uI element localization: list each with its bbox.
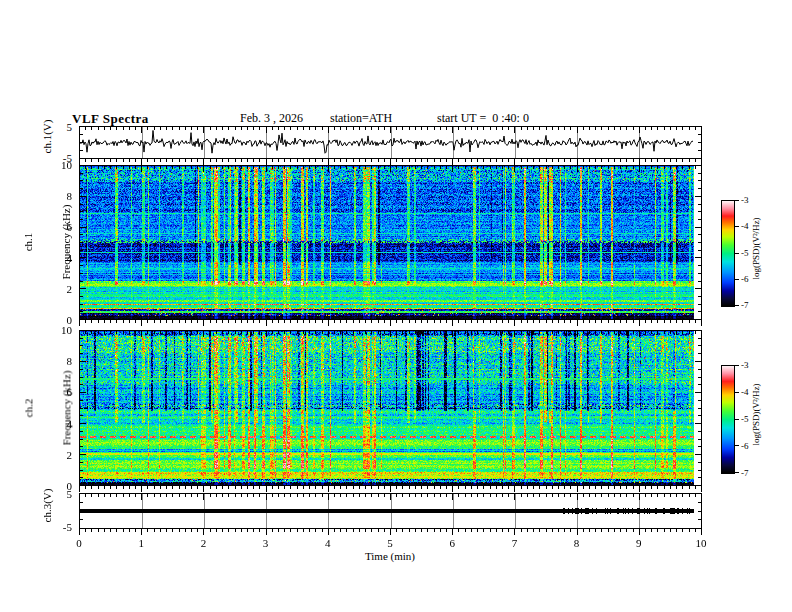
ch2-spectrogram-canvas bbox=[79, 330, 702, 494]
spec2-ytick-label: 4 bbox=[50, 418, 72, 430]
vlf-spectra-figure: VLF Spectra Feb. 3 , 2026 station=ATH st… bbox=[0, 0, 792, 612]
colorbar-2-tick-label: -6 bbox=[741, 441, 757, 451]
time-axis-label: Time (min) bbox=[330, 550, 450, 562]
colorbar-1-tick-label: -7 bbox=[741, 300, 757, 310]
ch3-waveform-canvas bbox=[79, 493, 702, 537]
spec1-ytick-label: 4 bbox=[50, 252, 72, 264]
colorbar-1-tick-label: -6 bbox=[741, 274, 757, 284]
spec2-ytick-label: 8 bbox=[50, 355, 72, 367]
spec2-ytick-label: 6 bbox=[50, 386, 72, 398]
colorbar-2-tick-label: -7 bbox=[741, 468, 757, 478]
time-tick-label: 10 bbox=[689, 537, 713, 549]
time-tick-label: 6 bbox=[440, 537, 464, 549]
ch1-waveform-axis-label: ch.1(V) bbox=[28, 120, 66, 165]
spec1-ytick-label: 6 bbox=[50, 221, 72, 233]
time-tick-label: 2 bbox=[191, 537, 215, 549]
spec2-ytick-label: 0 bbox=[50, 480, 72, 492]
time-tick-label: 3 bbox=[254, 537, 278, 549]
spec1-ytick-label: 2 bbox=[50, 283, 72, 295]
time-tick-label: 8 bbox=[565, 537, 589, 549]
time-tick-label: 9 bbox=[627, 537, 651, 549]
time-tick-label: 5 bbox=[378, 537, 402, 549]
spec2-ytick-label: 2 bbox=[50, 449, 72, 461]
colorbar-1-tick-label: -3 bbox=[741, 195, 757, 205]
station-label: station=ATH bbox=[330, 111, 392, 125]
ch1-waveform-canvas bbox=[79, 126, 702, 167]
colorbar-1-tick-label: -4 bbox=[741, 221, 757, 231]
spec2-ytick-label: 10 bbox=[50, 324, 72, 336]
colorbar-1-canvas bbox=[721, 200, 741, 307]
colorbar-2-tick-label: -5 bbox=[741, 414, 757, 424]
colorbar-1-tick-label: -5 bbox=[741, 248, 757, 258]
spec1-ytick-label: 8 bbox=[50, 190, 72, 202]
ch2-spectrogram-axis-label: ch.2 Frequency (kHz) bbox=[0, 371, 99, 446]
start-ut-label: start UT = 0 :40: 0 bbox=[437, 111, 529, 125]
colorbar-2-tick-label: -3 bbox=[741, 360, 757, 370]
colorbar-2-tick-label: -4 bbox=[741, 387, 757, 397]
time-tick-label: 4 bbox=[316, 537, 340, 549]
figure-date: Feb. 3 , 2026 bbox=[240, 111, 303, 125]
time-tick-label: 0 bbox=[67, 537, 91, 549]
ch1-spectrogram-canvas bbox=[79, 165, 702, 328]
time-tick-label: 1 bbox=[129, 537, 153, 549]
figure-title: VLF Spectra bbox=[72, 111, 149, 125]
time-tick-label: 7 bbox=[502, 537, 526, 549]
spec1-ytick-label: 10 bbox=[50, 159, 72, 171]
ch1-spectrogram-axis-label: ch.1 Frequency (kHz) bbox=[0, 205, 99, 280]
ch3-waveform-axis-label: ch.3(V) bbox=[28, 489, 66, 534]
colorbar-2-canvas bbox=[721, 365, 741, 474]
